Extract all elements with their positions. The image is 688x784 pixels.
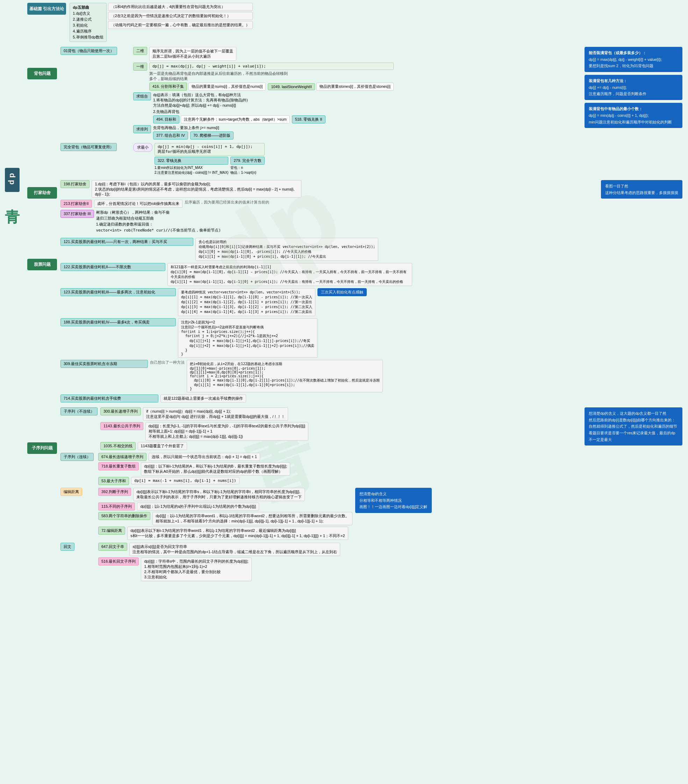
prob-115-id: 115.不同的子序列 (98, 502, 135, 511)
prob-123-note: 三次买入初始化有点感触 (318, 288, 367, 296)
row-718: 718.最长重复子数组 dp[i][j]：以下标i-1为结尾的A，和以下标j-1… (98, 462, 290, 476)
prob-279-desc: 背包：n物品：1->sqrt(n) (230, 165, 264, 175)
dadiao-right-panel: 看图一目了然 这种分结果考虑的思路很重要，多摸摸摸摸 (601, 180, 682, 199)
bianjijuli-right-panel: 想清楚dp的含义 分相等和不相等两种情况 画图！！一边画图一边对着dp[i][j… (355, 488, 431, 513)
prob-121-title: 121.买卖股票的最佳时机——只有一次，两种结果：买与不买 (61, 238, 193, 246)
formula-zuixiao: dp[j] = min(dp[j - coins[i]] + 1, dp[j])… (155, 143, 265, 156)
problems-zuhe: 494. 目标和 注意两个无解条件：sum+target为奇数，abs（targ… (153, 115, 326, 124)
prob-122-title: 122.买卖股票的最佳时机II——不限次数 (61, 263, 165, 271)
section-label-jichujin: 基础篇 引出方法论 (27, 3, 66, 15)
prob-1143-id: 1143.最长公共子序列 (100, 422, 143, 430)
zixulie-content: 子序列（不连续） 300.最长递增子序列 if（nums[i] > nums[j… (61, 407, 682, 581)
prob-377: 377. 组合总和 IV (153, 132, 188, 140)
zixulie-right-panel: 想清楚dp的含义，这大题的dp含义都一目了然 然后思路前的dp[i]是数dp[i… (584, 407, 682, 445)
prob-516-desc: dp[i][j]：字符串s中，范围内最长的回文子序列的长度为dp[i][j]; … (141, 557, 251, 581)
panel-zuixiaogeshuju: 装满背包中有物品的最小个数： dp[j] = min(dp[j - coins[… (584, 103, 682, 128)
row-1143: 1143.最长公共子序列 dp[i][j]：长度为[i-1, -1]的字符串te… (100, 422, 308, 441)
prob-1143-desc: dp[i][j]：长度为[i-1, -1]的字符串text1与长度为[0，-1]… (145, 422, 309, 441)
prob-337-code: vector<int> rob(TreeNode* cur)//(不偷当前节点，… (96, 228, 221, 233)
prob-337-line3: 1.确定递归函数的参数和返回值： (96, 222, 221, 227)
row-198: 198.打家劫舍 1.dp[i]：考虑下标i（包括）以内的房屋，最多可以偷窃的金… (61, 180, 597, 198)
page-container: dp 青 dp 青 基础篇 引出方法论 dp五部曲 1.dp[]含义 2.递推公… (0, 0, 685, 589)
row-213: 213.打家劫舍II 成环，分首尾情况讨论！可以把rob操作抽离出来 后序遍历，… (61, 200, 597, 208)
problems-zuixiao: 322. 零钱兑换 1.要min所以初始化为INT_MAX2.注意要注意初始化(… (155, 156, 265, 175)
prob-53-desc: dp[i] = max(-1 + nums[i], dp[i-1] + nums… (131, 477, 239, 484)
label-lianxu: 子序列（连续） (61, 453, 94, 461)
row-2d: 二维 顺序无所谓，因为上一层的值不会被下一层覆盖且第二层for循环不是从小到大遍… (133, 47, 581, 61)
label-2d: 二维 (133, 47, 147, 55)
note3: （动规与代码之前一定要模拟一遍，心中有数，确定最后推出的是想要的结果。） (108, 21, 253, 29)
dp-item4: 4.遍历顺序 (73, 29, 103, 34)
row-188: 188.买卖股票的最佳时机IV——最多k次，奇买偶卖 注意j<2k-1是因为j+… (61, 318, 682, 358)
section-jichujin: 基础篇 引出方法论 dp五部曲 1.dp[]含义 2.递推公式 3.初始化 4.… (27, 3, 682, 42)
formula-1d: dp[j] = max(dp[j], dp[j - weight[i]] + v… (149, 63, 393, 70)
label-zuixiao: 求最小 (133, 143, 152, 152)
prob-583-desc: dp[i][j]：以i-1为结尾的字符串word1，和以j-1结尾的字符串wor… (152, 512, 352, 525)
dp-item5: 5.举例推导dp数组 (73, 35, 103, 40)
sidebar: dp 青 (2, 168, 23, 197)
prob-416-id: 416. 分割等和子集 (149, 82, 187, 91)
prob-337-id: 337.打家劫舍 III (61, 210, 94, 218)
section-beibao: 背包问题 01背包（物品只能使用一次） 二维 顺序无所谓，因为上一层的值不会被下… (27, 47, 682, 175)
wanquan-detail: 求最小 dp[j] = min(dp[j - coins[i]] + 1, dp… (133, 143, 265, 175)
prob-416-desc: 物品的重量是nums[i]，其价值也是nums[i] (188, 82, 266, 91)
row-1035: 1035.不相交的线 1143题覆盖了个外套罢了 (100, 442, 308, 450)
row-337: 337.打家劫舍 III 树形dp（树形贪心），两种结果：偷与不偷 递归三部曲为… (61, 210, 597, 233)
1d-detail: dp[j] = max(dp[j], dp[j - weight[i]] + v… (149, 63, 393, 91)
beibao-wanquan: 完全背包（物品可重复使用） 求最小 dp[j] = min(dp[j - coi… (61, 143, 581, 175)
huiwen-items: 647.回文子串 s[i][j]表示s[i][j]是否为回文字符串 注意相等的情… (98, 543, 340, 581)
row-674: 674.最长连续递增子序列 连续，所以只能前一个状态导出当前状态：dp[i + … (98, 453, 290, 461)
gupiao-content: 121.买卖股票的最佳时机——只有一次，两种结果：买与不买 贪心也是以好用的 动… (61, 238, 682, 402)
prob-674-id: 674.最长连续递增子序列 (98, 453, 146, 461)
paixu-desc: 先背包再物品，要加上条件 j>= nums[i] (153, 125, 234, 130)
problems-1d: 416. 分割等和子集 物品的重量是nums[i]，其价值也是nums[i] 1… (149, 82, 393, 91)
row-121: 121.买卖股票的最佳时机——只有一次，两种结果：买与不买 贪心也是以好用的 动… (61, 238, 682, 261)
prob-647-desc: s[i][j]表示s[i][j]是否为回文字符串 注意相等的情况，其中一种是由范… (129, 543, 340, 556)
prob-188-title: 188.买卖股票的最佳时机IV——最多k次，奇买偶卖 (61, 318, 176, 326)
note-1d: 第一层是先物品再背包是自内部递推是从后往前遍历的，不然当前的物品会转移到多个，影… (149, 71, 289, 81)
row-paixu: 求排列 先背包再物品，要加上条件 j>= nums[i] 377. 组合总和 I… (133, 125, 581, 140)
prob-300-id: 300.最长递增子序列 (100, 407, 141, 415)
row-123: 123.买卖股票的最佳时机III——最多两次，注意初始化 要考虑四种情况 vec… (61, 288, 682, 316)
prob-518: 518. 零钱兑换 II (292, 115, 326, 124)
bulianxu-items: 300.最长递增子序列 if（nums[i] > nums[j]）dp[i] =… (100, 407, 308, 450)
main-content: 基础篇 引出方法论 dp五部曲 1.dp[]含义 2.递推公式 3.初始化 4.… (25, 0, 685, 589)
row-300: 300.最长递增子序列 if（nums[i] > nums[j]）dp[i] =… (100, 407, 308, 421)
jichujin-content: dp五部曲 1.dp[]含义 2.递推公式 3.初始化 4.遍历顺序 5.举例推… (69, 3, 252, 42)
prob-122-desc: 和121题不一样是买入时需要考虑之前卖出的的利润dp[i-1][1] dp[i]… (168, 263, 412, 286)
prob-714-desc: 就是122题基础上需要多一次减去手续费的操作 (160, 394, 246, 402)
beibao-content: 01背包（物品只能使用一次） 二维 顺序无所谓，因为上一层的值不会被下一层覆盖且… (61, 47, 581, 175)
prob-198-desc: 1.dp[i]：考虑下标i（包括）以内的房屋，最多可以偷窃的金额为dp[i];2… (92, 180, 301, 198)
paixu-detail: 先背包再物品，要加上条件 j>= nums[i] 377. 组合总和 IV 70… (153, 125, 234, 140)
label-huiwen: 回文 (61, 543, 74, 551)
row-516: 516.最长回文子序列 dp[i][j]：字符串s中，范围内最长的回文子序列的长… (98, 557, 340, 581)
prob-121-desc: 贪心也是以好用的 动规用dp[i][0]和[i][1]记录两种结果：买与不买 v… (196, 238, 378, 261)
prob-718-id: 718.最长重复子数组 (98, 462, 139, 470)
prob-53-id: 53.最大子序和 (98, 477, 129, 485)
prob-198-id: 198.打家劫舍 (61, 180, 89, 188)
prob-1035-id: 1035.不相交的线 (100, 442, 136, 450)
prob-416: 416. 分割等和子集 物品的重量是nums[i]，其价值也是nums[i] (149, 82, 266, 91)
zuhe-desc2: 2.先物品再背包 (153, 109, 326, 114)
lianxu-items: 674.最长连续递增子序列 连续，所以只能前一个状态导出当前状态：dp[i + … (98, 453, 290, 485)
section-dadiao: 打家劫舍 198.打家劫舍 1.dp[i]：考虑下标i（包括）以内的房屋，最多可… (27, 180, 682, 233)
note2: （2在3之前是因为一些情况是递推公式决定了的数组要如何初始化！） (108, 12, 253, 20)
row-zuhe: 求组合 dp[j]表示：填满（包括）这么大背包，有dp[j]种方法1.将有物品的… (133, 92, 581, 124)
row-115: 115.不同的子序列 dp[i][j]：以i-1为结尾的s的子序列中出现以j-1… (98, 502, 352, 511)
desc-2d: 顺序无所谓，因为上一层的值不会被下一层覆盖且第二层for循环不是从小到大遍历 (149, 47, 236, 61)
section-label-zixulie: 子序列问题 (27, 442, 57, 454)
row-647: 647.回文子串 s[i][j]表示s[i][j]是否为回文字符串 注意相等的情… (98, 543, 340, 556)
prob-583-id: 583.两个字符串的删除操作 (98, 512, 150, 520)
01beibao-detail: 二维 顺序无所谓，因为上一层的值不会被下一层覆盖且第二层for循环不是从小到大遍… (133, 47, 581, 140)
prob-337-detail: 树形dp（树形贪心），两种结果：偷与不偷 递归三部曲为框架结合动规五部曲 1.确… (96, 210, 221, 233)
prob-337-line2: 递归三部曲为框架结合动规五部曲 (96, 216, 221, 221)
prob-392-desc: dp[i][j]表示以下标i-1为结尾的字符串s，和以下标j-1为结尾的字符串t… (133, 488, 305, 501)
prob-115-desc: dp[i][j]：以i-1为结尾的s的子序列中出现以j-1为结尾的的个数为dp[… (137, 502, 259, 511)
prob-392-id: 392.判断子序列 (98, 488, 131, 496)
dp-item2: 2.递推公式 (73, 17, 103, 22)
label-zuhe: 求组合 (133, 92, 151, 100)
prob-123-detail: 要考虑四种情况 vector<vector<int>> dp(len, vect… (178, 288, 315, 316)
prob-309-title: 309.最佳买卖股票时机含冷冻期 (61, 360, 148, 368)
panel-zuanmanzhuanbao: 能否装满背包（或最多装多少）： dp[j] = max(dp[j], dp[j … (584, 47, 682, 72)
dp-item1: 1.dp[]含义 (73, 11, 103, 16)
